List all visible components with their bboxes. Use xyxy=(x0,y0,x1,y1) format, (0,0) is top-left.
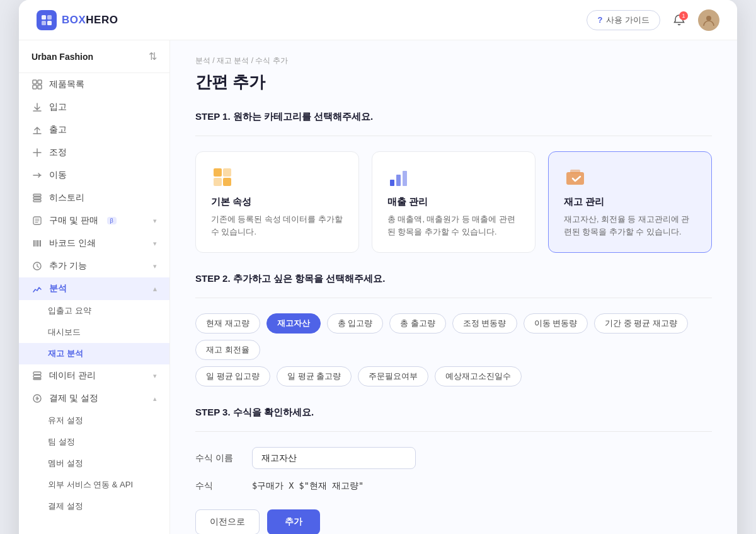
sidebar-label-products: 제품목록 xyxy=(49,79,84,90)
card-stock[interactable]: 재고 관리 재고자산, 회전율 등 재고관리에 관련된 항목을 추가할 수 있습… xyxy=(548,151,712,253)
tag-daily-in[interactable]: 일 평균 입고량 xyxy=(195,366,270,386)
sidebar-label-extra: 추가 기능 xyxy=(49,260,87,272)
sidebar-item-adjust[interactable]: 조정 xyxy=(19,141,169,164)
sidebar-item-extra[interactable]: 추가 기능 ▾ xyxy=(19,255,169,277)
sidebar-label-billing: 결제 및 설정 xyxy=(49,393,98,404)
svg-rect-7 xyxy=(33,85,37,89)
formula-name-label: 수식 이름 xyxy=(195,453,239,464)
card-sales[interactable]: 매출 관리 총 매출액, 매출원가 등 매출에 관련된 항목을 추가할 수 있습… xyxy=(372,151,536,253)
analysis-submenu: 입출고 요약 대시보드 재고 분석 xyxy=(19,300,169,364)
formula-row: 수식 $구매가 X $"현재 재고량" xyxy=(195,480,712,492)
sidebar-sub-stock-analysis[interactable]: 재고 분석 xyxy=(19,343,169,364)
svg-rect-20 xyxy=(33,375,41,378)
tag-avg-stock[interactable]: 기간 중 평균 재고량 xyxy=(594,313,688,334)
tag-total-inbound[interactable]: 총 입고량 xyxy=(327,313,384,334)
data-icon xyxy=(32,370,43,381)
question-icon: ? xyxy=(597,15,602,25)
workspace-selector[interactable]: Urban Fashion ⇅ xyxy=(19,40,169,73)
card-basic[interactable]: 기본 속성 기존에 등록된 속성 데이터를 추가할 수 있습니다. xyxy=(195,151,359,253)
topbar: BOXHERO ? 사용 가이드 1 xyxy=(19,0,737,40)
tag-daily-out[interactable]: 일 평균 출고량 xyxy=(277,366,352,386)
avatar[interactable] xyxy=(698,9,719,31)
sidebar-label-move: 이동 xyxy=(49,170,67,181)
sidebar-sub-team-settings[interactable]: 팀 설정 xyxy=(19,431,169,453)
tag-turnover[interactable]: 재고 회전율 xyxy=(195,340,260,360)
svg-rect-31 xyxy=(570,170,580,173)
analysis-arrow: ▴ xyxy=(153,285,157,293)
buysell-icon xyxy=(32,215,43,226)
step3-label: STEP 3. 수식을 확인하세요. xyxy=(195,407,712,419)
svg-rect-1 xyxy=(47,15,52,20)
move-icon xyxy=(32,170,43,181)
sidebar-label-barcode: 바코드 인쇄 xyxy=(49,238,96,249)
sidebar-item-billing[interactable]: 결제 및 설정 ▴ xyxy=(19,387,169,410)
sidebar-label-inbound: 입고 xyxy=(49,102,67,113)
back-button[interactable]: 이전으로 xyxy=(195,509,260,534)
svg-rect-5 xyxy=(33,80,37,84)
sidebar-sub-member-settings[interactable]: 멤버 설정 xyxy=(19,453,169,474)
sidebar-item-inbound[interactable]: 입고 xyxy=(19,96,169,119)
main-content: 분석 / 재고 분석 / 수식 추가 간편 추가 STEP 1. 원하는 카테고… xyxy=(170,40,737,534)
add-button[interactable]: 추가 xyxy=(267,509,320,534)
notification-button[interactable]: 1 xyxy=(669,10,689,30)
tag-stock-assets[interactable]: 재고자산 xyxy=(266,313,321,334)
sidebar-sub-inout-summary[interactable]: 입출고 요약 xyxy=(19,300,169,322)
sidebar-label-buysell: 구매 및 판매 xyxy=(49,215,98,226)
sidebar-item-history[interactable]: 히스토리 xyxy=(19,187,169,209)
svg-rect-24 xyxy=(223,168,231,177)
svg-rect-26 xyxy=(223,178,231,186)
logo-text: BOXHERO xyxy=(62,14,118,26)
breadcrumb: 분석 / 재고 분석 / 수식 추가 xyxy=(195,55,712,66)
logo: BOXHERO xyxy=(37,10,118,30)
adjust-icon xyxy=(32,147,43,158)
sidebar-item-analysis[interactable]: 분석 ▴ xyxy=(19,277,169,300)
workspace-name: Urban Fashion xyxy=(32,52,93,62)
tag-reorder[interactable]: 주문필요여부 xyxy=(358,366,428,386)
sidebar-item-move[interactable]: 이동 xyxy=(19,164,169,187)
billing-arrow: ▴ xyxy=(153,395,157,403)
notification-badge: 1 xyxy=(679,11,688,20)
tag-total-outbound[interactable]: 총 출고량 xyxy=(389,313,446,334)
svg-rect-17 xyxy=(40,240,41,247)
step1-section: STEP 1. 원하는 카테고리를 선택해주세요. xyxy=(195,111,712,253)
analysis-icon xyxy=(32,283,43,294)
svg-rect-3 xyxy=(47,21,52,25)
stock-card-icon xyxy=(564,166,587,189)
sidebar-item-outbound[interactable]: 출고 xyxy=(19,119,169,141)
tag-stockout-days[interactable]: 예상재고소진일수 xyxy=(435,366,522,386)
formula-name-input[interactable] xyxy=(252,447,416,469)
sidebar-inner: 제품목록 입고 출고 xyxy=(19,73,169,517)
sidebar-item-data-mgmt[interactable]: 데이터 관리 ▾ xyxy=(19,364,169,387)
svg-rect-23 xyxy=(214,168,222,177)
svg-rect-29 xyxy=(403,171,407,186)
tags-row: 현재 재고량 재고자산 총 입고량 총 출고량 조정 변동량 이동 변동량 기간… xyxy=(195,313,712,360)
tag-current-stock[interactable]: 현재 재고량 xyxy=(195,313,260,334)
sidebar: Urban Fashion ⇅ 제품목록 입고 xyxy=(19,40,170,534)
sidebar-item-buysell[interactable]: 구매 및 판매 β ▾ xyxy=(19,209,169,232)
sales-card-desc: 총 매출액, 매출원가 등 매출에 관련된 항목을 추가할 수 있습니다. xyxy=(387,213,520,238)
tag-move-delta[interactable]: 이동 변동량 xyxy=(524,313,588,334)
tags-row-2: 일 평균 입고량 일 평균 출고량 주문필요여부 예상재고소진일수 xyxy=(195,366,712,386)
tag-adjust-delta[interactable]: 조정 변동량 xyxy=(452,313,517,334)
outbound-icon xyxy=(32,124,43,136)
sidebar-item-products[interactable]: 제품목록 xyxy=(19,73,169,96)
extra-icon xyxy=(32,260,43,272)
billing-icon xyxy=(32,393,43,404)
step3-section: STEP 3. 수식을 확인하세요. 수식 이름 수식 $구매가 X $"현재 … xyxy=(195,407,712,534)
basic-card-icon xyxy=(211,166,234,189)
sidebar-item-barcode[interactable]: 바코드 인쇄 ▾ xyxy=(19,232,169,255)
app-window: BOXHERO ? 사용 가이드 1 Urban Fashion ⇅ xyxy=(19,0,737,534)
sidebar-label-analysis: 분석 xyxy=(49,283,67,294)
svg-rect-8 xyxy=(38,85,42,89)
sidebar-sub-payment-settings[interactable]: 결제 설정 xyxy=(19,496,169,517)
svg-rect-27 xyxy=(390,180,394,186)
step2-label: STEP 2. 추가하고 싶은 항목을 선택해주세요. xyxy=(195,273,712,285)
sidebar-sub-user-settings[interactable]: 유저 설정 xyxy=(19,410,169,431)
page-title: 간편 추가 xyxy=(195,71,712,93)
guide-button[interactable]: ? 사용 가이드 xyxy=(587,10,660,30)
sidebar-sub-api-settings[interactable]: 외부 서비스 연동 & API xyxy=(19,474,169,496)
sidebar-sub-dashboard[interactable]: 대시보드 xyxy=(19,322,169,343)
sales-card-icon xyxy=(387,166,410,189)
grid-icon xyxy=(32,79,43,90)
step3-divider xyxy=(195,431,712,432)
